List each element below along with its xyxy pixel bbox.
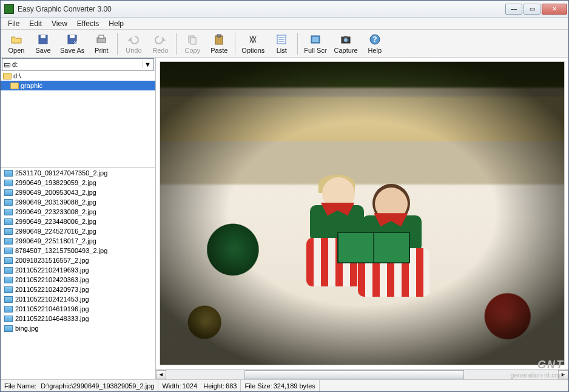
copy-button[interactable]: Copy (179, 32, 206, 55)
window-controls: — ▭ ✕ (505, 4, 567, 15)
file-item[interactable]: 2990649_200953043_2.jpg (1, 188, 155, 197)
svg-point-17 (344, 38, 348, 42)
file-name: 20110522102421453.jpg (15, 296, 89, 303)
file-item[interactable]: 2990649_225118017_2.jpg (1, 236, 155, 246)
file-item[interactable]: 2990649_224527016_2.jpg (1, 226, 155, 236)
redo-button[interactable]: Redo (147, 32, 173, 55)
image-file-icon (4, 277, 13, 283)
print-button[interactable]: Print (88, 32, 115, 55)
options-icon (247, 33, 259, 46)
chevron-down-icon: ▼ (143, 61, 152, 68)
saveas-button[interactable]: Save As (56, 32, 88, 55)
undo-button[interactable]: Undo (120, 32, 147, 55)
list-label: List (277, 47, 287, 54)
image-file-icon (4, 325, 13, 332)
folder-tree[interactable]: d:\ graphic (1, 71, 155, 168)
image-file-icon (4, 199, 13, 206)
file-item[interactable]: 20110522104619196.jpg (1, 304, 155, 314)
help-label: Help (368, 47, 382, 54)
open-button[interactable]: Open (3, 32, 30, 55)
folder-icon (3, 73, 12, 79)
file-item[interactable]: 20110522102420363.jpg (1, 275, 155, 285)
status-width-label: Width: (162, 382, 181, 390)
file-name: 2990649_223233008_2.jpg (15, 208, 96, 215)
file-name: 20110522104648333.jpg (15, 315, 89, 322)
menu-file[interactable]: File (3, 18, 24, 29)
tree-folder-selected[interactable]: graphic (1, 81, 155, 90)
drive-select[interactable]: 🖴 d: ▼ (2, 58, 154, 70)
toolbar-separator (117, 33, 118, 55)
drive-icon: 🖴 (4, 61, 10, 68)
scroll-left-button[interactable]: ◄ (156, 370, 166, 379)
image-file-icon (4, 316, 13, 322)
file-name: bing.jpg (15, 325, 39, 332)
menu-effects[interactable]: Effects (72, 18, 104, 29)
horizontal-scrollbar[interactable]: ◄ ► (156, 369, 568, 379)
saveas-icon (66, 33, 78, 46)
options-label: Options (241, 47, 264, 54)
file-item[interactable]: 2990649_223448006_2.jpg (1, 217, 155, 226)
scroll-thumb[interactable] (244, 370, 464, 379)
capture-button[interactable]: Capture (331, 32, 362, 55)
file-name: 2990649_223448006_2.jpg (15, 218, 96, 225)
left-panel: 🖴 d: ▼ d:\ graphic 2531170_091247047350_… (1, 58, 156, 379)
svg-rect-9 (217, 35, 221, 37)
file-item[interactable]: 2990649_223233008_2.jpg (1, 207, 155, 217)
menu-help[interactable]: Help (104, 18, 129, 29)
file-item[interactable]: 8784507_132157500493_2.jpg (1, 246, 155, 255)
save-icon (37, 33, 49, 46)
image-file-icon (4, 209, 13, 215)
fullscreen-button[interactable]: Full Scr (300, 32, 330, 55)
preview-panel: ◄ ► (156, 58, 568, 379)
file-item[interactable]: bing.jpg (1, 323, 155, 333)
toolbar-separator (235, 33, 235, 55)
save-button[interactable]: Save (30, 32, 56, 55)
file-item[interactable]: 20110522102419693.jpg (1, 265, 155, 275)
file-name: 2990649_203139088_2.jpg (15, 198, 96, 206)
file-item[interactable]: 200918231516557_2.jpg (1, 255, 155, 265)
file-item[interactable]: 2990649_203139088_2.jpg (1, 197, 155, 207)
file-list[interactable]: 2531170_091247047350_2.jpg2990649_193829… (1, 168, 155, 379)
close-button[interactable]: ✕ (542, 4, 567, 15)
titlebar[interactable]: Easy Graphic Converter 3.00 — ▭ ✕ (1, 1, 568, 18)
drive-row: 🖴 d: ▼ (1, 58, 155, 71)
svg-rect-18 (344, 36, 348, 38)
file-name: 2990649_225118017_2.jpg (15, 237, 96, 245)
preview-area[interactable] (156, 58, 568, 369)
undo-label: Undo (126, 47, 141, 54)
statusbar: File Name: D:\graphic\2990649_193829059_… (1, 379, 568, 391)
fullscreen-label: Full Scr (304, 47, 326, 54)
image-file-icon (4, 189, 13, 196)
options-button[interactable]: Options (238, 32, 268, 55)
list-button[interactable]: List (268, 32, 295, 55)
image-file-icon (4, 286, 13, 293)
menu-view[interactable]: View (47, 18, 72, 29)
scroll-track[interactable] (166, 370, 558, 379)
svg-rect-3 (70, 35, 75, 38)
file-item[interactable]: 2990649_193829059_2.jpg (1, 178, 155, 188)
minimize-button[interactable]: — (505, 4, 522, 15)
image-file-icon (4, 180, 13, 186)
tree-root[interactable]: d:\ (1, 71, 155, 81)
maximize-button[interactable]: ▭ (524, 4, 540, 15)
file-name: 200918231516557_2.jpg (15, 257, 89, 264)
status-dimensions: Width:1024 Height:683 (158, 380, 241, 391)
svg-rect-1 (41, 35, 45, 38)
help-button[interactable]: ?Help (362, 32, 388, 55)
image-file-icon (4, 238, 13, 245)
file-name: 2990649_200953043_2.jpg (15, 189, 96, 196)
print-icon (95, 33, 107, 46)
drive-label: d: (12, 61, 18, 68)
fullscreen-icon (309, 33, 322, 46)
file-item[interactable]: 20110522102421453.jpg (1, 294, 155, 304)
file-item[interactable]: 20110522104648333.jpg (1, 314, 155, 323)
folder-open-icon (10, 83, 19, 89)
copy-label: Copy (185, 47, 201, 54)
capture-label: Capture (334, 47, 358, 54)
paste-button[interactable]: Paste (206, 32, 232, 55)
file-item[interactable]: 2531170_091247047350_2.jpg (1, 168, 155, 178)
file-name: 2990649_224527016_2.jpg (15, 228, 96, 235)
scroll-right-button[interactable]: ► (558, 370, 568, 379)
menu-edit[interactable]: Edit (24, 18, 47, 29)
file-item[interactable]: 20110522102420973.jpg (1, 285, 155, 294)
